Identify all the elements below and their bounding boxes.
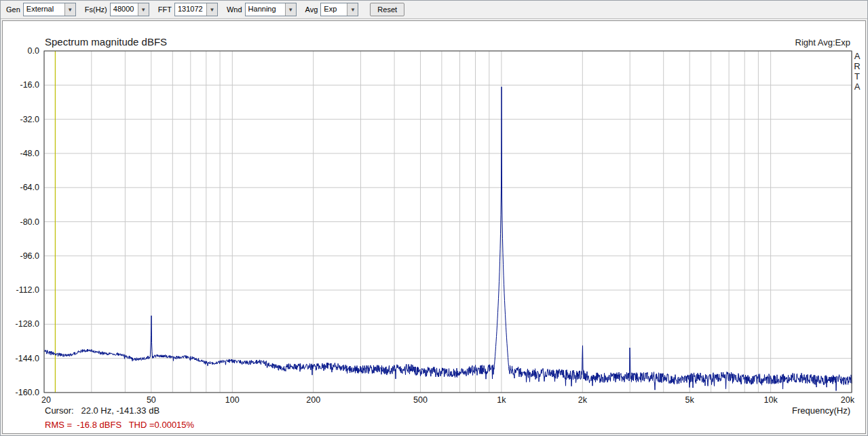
x-tick-label: 500 xyxy=(413,395,428,405)
x-tick-label: 200 xyxy=(306,395,320,405)
generator-group: Gen External ▼ xyxy=(6,3,76,16)
fft-size-dropdown[interactable]: 131072 ▼ xyxy=(174,3,218,16)
samplerate-dropdown[interactable]: 48000 ▼ xyxy=(110,3,149,16)
fs-label: Fs(Hz) xyxy=(85,5,107,14)
x-axis-label: Frequency(Hz) xyxy=(792,405,850,416)
gen-label: Gen xyxy=(6,5,20,14)
y-tick-label: -96.0 xyxy=(20,251,40,261)
chevron-down-icon[interactable]: ▼ xyxy=(347,3,358,16)
y-tick-label: -64.0 xyxy=(20,183,40,192)
arta-logo: A R T A xyxy=(852,51,863,92)
arta-letter: A xyxy=(852,81,863,92)
cursor-readout: Cursor: 22.0 Hz, -141.33 dB xyxy=(45,405,159,416)
x-tick-label: 50 xyxy=(147,395,156,405)
y-tick-label: -48.0 xyxy=(20,149,40,158)
y-tick-label: 0.0 xyxy=(28,46,39,56)
y-tick-label: -32.0 xyxy=(20,115,40,124)
averaging-dropdown[interactable]: Exp ▼ xyxy=(320,3,358,16)
arta-letter: A xyxy=(852,51,863,61)
generator-dropdown[interactable]: External ▼ xyxy=(23,3,76,16)
avg-label: Avg xyxy=(305,5,318,14)
fft-label: FFT xyxy=(158,5,172,14)
spectrum-trace xyxy=(44,87,852,391)
averaging-value: Exp xyxy=(321,3,347,16)
x-tick-label: 10k xyxy=(764,395,778,405)
toolbar: Gen External ▼ Fs(Hz) 48000 ▼ FFT 131072… xyxy=(1,1,867,19)
chevron-down-icon[interactable]: ▼ xyxy=(64,3,75,16)
y-tick-label: -160.0 xyxy=(16,388,39,397)
arta-letter: T xyxy=(852,71,863,81)
x-tick-label: 5k xyxy=(685,395,695,405)
chart-client-area: 0.0-16.0-32.0-48.0-64.0-80.0-96.0-112.0-… xyxy=(2,20,866,434)
reset-button[interactable]: Reset xyxy=(370,3,404,16)
wnd-label: Wnd xyxy=(227,5,242,14)
fft-group: FFT 131072 ▼ xyxy=(158,3,218,16)
y-tick-label: -144.0 xyxy=(16,354,39,363)
y-tick-label: -112.0 xyxy=(16,285,39,295)
chevron-down-icon[interactable]: ▼ xyxy=(285,3,296,16)
spectrum-plot[interactable]: 0.0-16.0-32.0-48.0-64.0-80.0-96.0-112.0-… xyxy=(3,21,867,435)
window-function-dropdown[interactable]: Hanning ▼ xyxy=(245,3,297,16)
fft-size-value: 131072 xyxy=(175,3,206,16)
rms-thd-readout: RMS = -16.8 dBFS THD =0.00015% xyxy=(45,420,194,430)
chevron-down-icon[interactable]: ▼ xyxy=(138,3,149,16)
y-tick-label: -128.0 xyxy=(16,319,39,329)
generator-value: External xyxy=(24,3,64,16)
x-tick-label: 100 xyxy=(225,395,240,405)
x-tick-label: 2k xyxy=(578,395,588,405)
samplerate-value: 48000 xyxy=(111,3,138,16)
chart-title: Spectrum magnitude dBFS xyxy=(45,36,167,48)
y-tick-label: -80.0 xyxy=(20,217,40,227)
x-tick-label: 1k xyxy=(497,395,506,405)
window-function-value: Hanning xyxy=(246,3,285,16)
x-tick-label: 20k xyxy=(841,395,855,405)
right-avg-label: Right Avg:Exp xyxy=(795,37,850,48)
arta-letter: R xyxy=(852,61,863,71)
y-tick-label: -16.0 xyxy=(20,80,40,90)
samplerate-group: Fs(Hz) 48000 ▼ xyxy=(85,3,149,16)
x-tick-label: 20 xyxy=(41,395,51,405)
arta-spectrum-window: Gen External ▼ Fs(Hz) 48000 ▼ FFT 131072… xyxy=(0,0,868,436)
averaging-group: Avg Exp ▼ xyxy=(305,3,359,16)
window-group: Wnd Hanning ▼ xyxy=(227,3,297,16)
chevron-down-icon[interactable]: ▼ xyxy=(206,3,217,16)
